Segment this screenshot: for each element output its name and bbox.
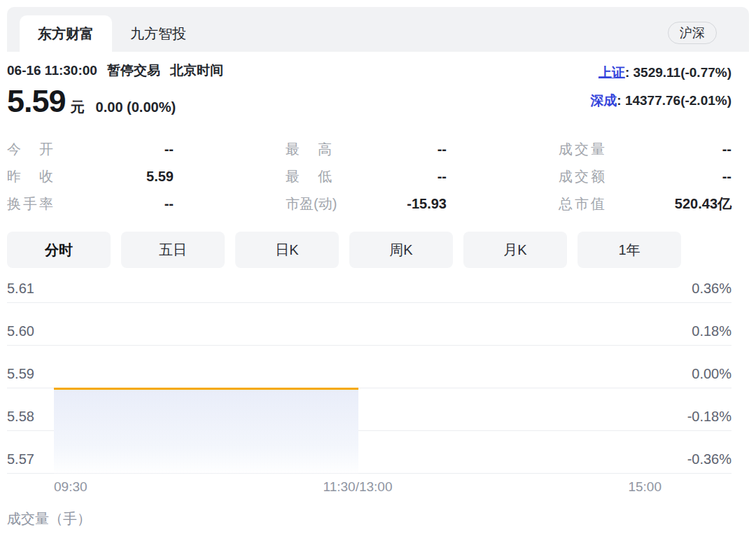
stat-value: -- (332, 141, 447, 157)
chart-period-tabs: 分时 五日 日K 周K 月K 1年 (7, 232, 732, 268)
price-unit: 元 (71, 98, 85, 117)
y-axis-price-label: 5.61 (7, 281, 34, 297)
y-axis-percent-label: -0.18% (687, 409, 732, 425)
chart-row: 5.57 -0.36% (7, 431, 732, 474)
x-tick-midday: 11:30/13:00 (323, 479, 393, 495)
stat-label: 总市值 (559, 195, 605, 213)
index-separator: : (625, 65, 634, 80)
stat-label: 昨收 (7, 167, 53, 186)
quote-header: 06-16 11:30:00暂停交易北京时间 5.59 元 0.00 (0.00… (7, 52, 732, 118)
period-daily-k[interactable]: 日K (235, 232, 339, 268)
stat-pe-ratio: 市盈(动) -15.93 (286, 190, 447, 218)
y-axis-price-label: 5.57 (7, 451, 34, 467)
stats-grid: 今开 -- 最高 -- 成交量 -- 昨收 5.59 最低 -- 成交额 -- (7, 136, 732, 218)
index-shenzhen-row: 深成: 14377.76(-2.01%) (590, 87, 732, 115)
period-monthly-k[interactable]: 月K (463, 232, 567, 268)
stat-value: -- (53, 141, 174, 157)
tab-eastmoney-label: 东方财富 (38, 24, 94, 43)
x-tick-close: 15:00 (392, 479, 662, 495)
y-axis-percent-label: 0.36% (692, 281, 732, 297)
stock-quote-page: 东方财富 九方智投 沪深 06-16 11:30:00暂停交易北京时间 5.59… (0, 7, 756, 528)
y-axis-price-label: 5.59 (7, 366, 34, 382)
index-shanghai-link[interactable]: 上证 (598, 65, 625, 80)
index-shanghai-row: 上证: 3529.11(-0.77%) (590, 59, 732, 87)
y-axis-percent-label: 0.18% (692, 323, 732, 339)
stat-high: 最高 -- (286, 136, 447, 163)
index-shenzhen-value: 14377.76(-2.01%) (625, 93, 732, 108)
y-axis-price-label: 5.60 (7, 323, 34, 339)
stat-value: -- (605, 169, 732, 185)
trading-status: 暂停交易 (107, 63, 160, 78)
stat-label: 最高 (286, 140, 332, 159)
stat-volume: 成交量 -- (559, 136, 732, 163)
stat-value: 520.43亿 (605, 195, 732, 213)
period-weekly-k[interactable]: 周K (349, 232, 453, 268)
stat-prev-close: 昨收 5.59 (7, 163, 174, 190)
tab-eastmoney[interactable]: 东方财富 (20, 15, 112, 52)
intraday-chart[interactable]: 5.61 0.36% 5.60 0.18% 5.59 0.00% 5.58 -0… (7, 275, 732, 474)
chart-row: 5.61 0.36% (7, 275, 732, 303)
chart-row: 5.59 0.00% (7, 346, 732, 388)
x-tick-open: 09:30 (54, 479, 323, 495)
stat-label: 最低 (286, 167, 332, 186)
y-axis-percent-label: -0.36% (687, 451, 732, 467)
stat-label: 今开 (7, 140, 53, 159)
y-axis-percent-label: 0.00% (692, 366, 732, 382)
stat-label: 市盈(动) (286, 195, 332, 213)
market-badge[interactable]: 沪深 (668, 22, 717, 44)
source-tabbar: 东方财富 九方智投 沪深 (7, 7, 749, 52)
stat-value: -- (53, 196, 174, 212)
stat-turnover-amount: 成交额 -- (559, 163, 732, 190)
x-axis: 09:30 11:30/13:00 15:00 (54, 479, 662, 495)
tab-jiufang[interactable]: 九方智投 (112, 15, 204, 52)
stat-label: 成交额 (559, 167, 605, 186)
stat-market-cap: 总市值 520.43亿 (559, 190, 732, 218)
y-axis-price-label: 5.58 (7, 409, 34, 425)
stat-turnover-rate: 换手率 -- (7, 190, 174, 218)
period-5day[interactable]: 五日 (121, 232, 225, 268)
stat-label: 成交量 (559, 140, 605, 159)
timezone-label: 北京时间 (170, 63, 223, 78)
period-1year[interactable]: 1年 (578, 232, 681, 268)
index-shanghai-value: 3529.11(-0.77%) (634, 65, 732, 80)
index-separator: : (617, 93, 625, 108)
stat-label: 换手率 (7, 195, 53, 213)
tab-jiufang-label: 九方智投 (130, 24, 186, 43)
chart-row: 5.60 0.18% (7, 303, 732, 346)
stat-today-open: 今开 -- (7, 136, 174, 163)
price-change: 0.00 (0.00%) (96, 99, 176, 115)
market-indices: 上证: 3529.11(-0.77%) 深成: 14377.76(-2.01%) (590, 59, 732, 115)
stat-value: -- (605, 141, 732, 157)
period-minute[interactable]: 分时 (7, 232, 111, 268)
stat-value: -15.93 (332, 196, 447, 212)
volume-section-label: 成交量（手） (7, 509, 732, 528)
index-shenzhen-link[interactable]: 深成 (590, 93, 617, 108)
stat-value: -- (332, 169, 447, 185)
quote-timestamp: 06-16 11:30:00 (7, 63, 97, 78)
chart-row: 5.58 -0.18% (7, 388, 732, 431)
current-price: 5.59 (7, 85, 66, 117)
stat-low: 最低 -- (286, 163, 447, 190)
stat-value: 5.59 (53, 169, 174, 185)
